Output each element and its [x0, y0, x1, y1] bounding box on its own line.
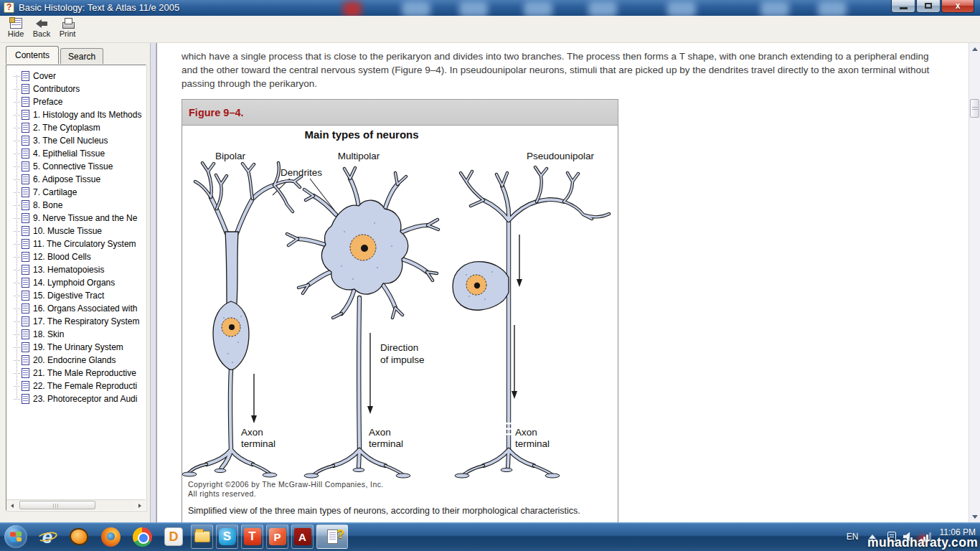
- topic-paragraph: which have a single process that is clos…: [182, 50, 943, 90]
- document-icon: [22, 161, 29, 171]
- tree-connector: [14, 102, 20, 103]
- horizontal-scroll-thumb[interactable]: [19, 501, 95, 509]
- tree-horizontal-scrollbar[interactable]: [6, 499, 146, 510]
- maximize-button[interactable]: [916, 0, 941, 13]
- taskbar-adobe-reader[interactable]: A: [291, 524, 314, 549]
- minimize-button[interactable]: [891, 0, 915, 13]
- label-direction-of-impulse: of impulse: [380, 354, 425, 365]
- tree-item-label: 6. Adipose Tissue: [33, 174, 100, 184]
- tree-connector: [14, 296, 20, 296]
- document-icon: [22, 187, 29, 197]
- vertical-scroll-thumb[interactable]: [970, 99, 979, 118]
- tree-item[interactable]: 4. Epithelial Tissue: [6, 147, 146, 160]
- tree-item[interactable]: 22. The Female Reproducti: [6, 380, 146, 392]
- back-arrow-icon: [36, 18, 48, 29]
- scroll-up-button[interactable]: [969, 43, 980, 55]
- taskbar-skype[interactable]: S: [216, 524, 238, 549]
- document-icon: [22, 136, 29, 146]
- document-icon: [22, 394, 29, 404]
- tree-item[interactable]: 14. Lymphoid Organs: [6, 276, 146, 289]
- help-book-icon: [4, 2, 14, 13]
- tree-item-label: 10. Muscle Tissue: [33, 226, 102, 236]
- tree-item[interactable]: 21. The Male Reproductive: [6, 367, 146, 380]
- taskbar-red-t-app[interactable]: T: [241, 524, 263, 549]
- close-button[interactable]: x: [941, 0, 974, 13]
- tree-item[interactable]: Contributors: [6, 83, 146, 95]
- pane-splitter[interactable]: [149, 43, 156, 522]
- taskbar-potplayer[interactable]: D: [163, 526, 184, 547]
- tree-item[interactable]: 5. Connective Tissue: [6, 160, 146, 173]
- tree-item[interactable]: Cover: [6, 70, 146, 83]
- tree-item-label: 17. The Respiratory System: [33, 316, 140, 326]
- tree-item[interactable]: 8. Bone: [6, 199, 146, 212]
- bipolar-neuron: Axon terminal: [182, 163, 301, 477]
- taskbar-firefox[interactable]: [100, 526, 121, 547]
- aero-blur-blob: [667, 1, 696, 16]
- tree-item[interactable]: 11. The Circulatory System: [6, 237, 146, 250]
- desktop: Basic Histology: Text & Atlas 11/e 2005 …: [0, 0, 980, 551]
- tree-item[interactable]: 23. Photoreceptor and Audi: [6, 392, 146, 405]
- tree-connector: [14, 154, 20, 154]
- tree-connector: [14, 231, 20, 232]
- tree-item[interactable]: 15. Digestive Tract: [6, 289, 146, 302]
- scroll-right-button[interactable]: [134, 501, 145, 510]
- tree-item[interactable]: 16. Organs Associated with: [6, 302, 146, 315]
- scroll-left-button[interactable]: [7, 501, 18, 510]
- tree-connector: [14, 283, 20, 283]
- tree-item[interactable]: 19. The Urinary System: [6, 341, 146, 354]
- tree-item[interactable]: 18. Skin: [6, 328, 146, 341]
- label-axon-terminal: terminal: [515, 438, 550, 449]
- tree-item[interactable]: Preface: [6, 95, 146, 108]
- tree-item[interactable]: 7. Cartilage: [6, 186, 146, 199]
- help-document-icon: [327, 529, 338, 544]
- tab-search[interactable]: Search: [60, 48, 103, 64]
- back-button[interactable]: Back: [29, 17, 55, 42]
- tree-connector: [14, 244, 20, 245]
- window-titlebar[interactable]: Basic Histology: Text & Atlas 11/e 2005 …: [0, 0, 980, 16]
- print-button[interactable]: Print: [55, 17, 80, 42]
- content-vertical-scrollbar[interactable]: [969, 43, 980, 522]
- tree-item-label: 18. Skin: [33, 329, 64, 339]
- language-indicator[interactable]: EN: [847, 532, 859, 542]
- tree-connector: [14, 115, 20, 116]
- tree-connector: [14, 347, 20, 348]
- start-button[interactable]: [4, 525, 27, 548]
- scroll-down-button[interactable]: [969, 511, 980, 522]
- taskbar-chrome[interactable]: [131, 526, 153, 547]
- tree-item[interactable]: 20. Endocrine Glands: [6, 354, 146, 367]
- hide-button[interactable]: Hide: [3, 17, 29, 42]
- label-axon-terminal: terminal: [241, 438, 275, 449]
- tree-item-label: 1. Histology and Its Methods: [33, 110, 141, 120]
- taskbar-powerpoint[interactable]: P: [266, 524, 288, 549]
- figure-9-4: Figure 9–4. Main types of neurons Bipola…: [182, 99, 618, 522]
- tree-item[interactable]: 17. The Respiratory System: [6, 315, 146, 328]
- document-icon: [22, 149, 29, 159]
- document-icon: [22, 303, 29, 314]
- tree-connector: [14, 166, 20, 167]
- tab-contents-label: Contents: [15, 50, 50, 60]
- taskbar-windows-explorer[interactable]: [191, 524, 213, 549]
- document-icon: [22, 381, 29, 391]
- tree-item[interactable]: 1. Histology and Its Methods: [6, 108, 146, 121]
- tree-item[interactable]: 9. Nerve Tissue and the Ne: [6, 212, 146, 225]
- tree-item[interactable]: 6. Adipose Tissue: [6, 173, 146, 186]
- printer-icon: [62, 18, 74, 29]
- question-mark-icon: ?: [337, 527, 344, 542]
- tree-item[interactable]: 3. The Cell Nucleus: [6, 134, 146, 147]
- tree-connector: [14, 89, 20, 90]
- up-arrow-icon: [972, 47, 978, 51]
- document-icon: [22, 342, 29, 352]
- close-icon: x: [942, 1, 974, 11]
- document-icon: [22, 110, 29, 120]
- tree-item[interactable]: 12. Blood Cells: [6, 250, 146, 263]
- taskbar-htmlhelp-viewer-active[interactable]: ?: [316, 524, 348, 549]
- taskbar-internet-explorer[interactable]: e: [37, 526, 58, 547]
- label-axon-terminal: terminal: [369, 438, 403, 449]
- tree-item[interactable]: 10. Muscle Tissue: [6, 225, 146, 237]
- taskbar-gom-player[interactable]: [68, 526, 90, 547]
- tab-contents[interactable]: Contents: [6, 46, 59, 64]
- figure-box: Main types of neurons Bipolar Multipolar…: [182, 126, 618, 522]
- aero-blur-blob: [402, 1, 430, 16]
- tree-item[interactable]: 13. Hematopoiesis: [6, 263, 146, 276]
- tree-item[interactable]: 2. The Cytoplasm: [6, 121, 146, 134]
